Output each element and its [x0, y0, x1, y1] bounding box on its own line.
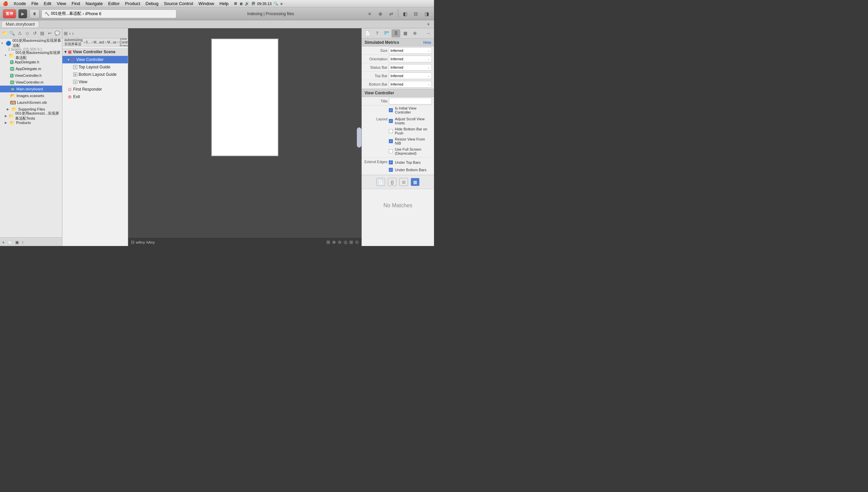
run-button[interactable]: ▶ — [18, 9, 27, 19]
menu-source-control[interactable]: Source Control — [164, 1, 193, 6]
menu-window[interactable]: Window — [198, 1, 214, 6]
diamond-nav-icon[interactable]: ◇ — [24, 30, 31, 37]
canvas-back-icon[interactable]: ⊟ — [131, 240, 135, 245]
version-editor-icon[interactable]: ⊕ — [376, 9, 385, 19]
breakpoint-nav-icon[interactable]: ▤ — [39, 30, 46, 37]
file-main-storyboard[interactable]: sb Main.storyboard — [0, 85, 62, 92]
under-top-bars-checkbox[interactable]: ✓ — [389, 161, 393, 165]
sort-icon[interactable]: ↕ — [22, 240, 24, 245]
scene-exit[interactable]: ⊗ Exit — [62, 93, 128, 100]
attributes-inspector-icon[interactable]: 🎛 — [392, 29, 400, 38]
scene-top-layout-guide[interactable]: T Top Layout Guide — [62, 63, 128, 71]
input-method-icon[interactable]: 拼 — [252, 1, 255, 6]
add-file-icon[interactable]: + — [2, 240, 5, 245]
scene-view-controller[interactable]: ▾ ⊙ View Controller — [62, 56, 128, 63]
apple-menu[interactable]: 🍎 — [3, 1, 8, 6]
title-value[interactable] — [389, 98, 432, 104]
code-icon[interactable]: {} — [388, 178, 397, 186]
menu-editor[interactable]: Editor — [108, 1, 120, 6]
file-images-xcassets[interactable]: 📂 Images.xcassets — [0, 92, 62, 99]
assistant-editor-icon[interactable]: ⇄ — [386, 9, 396, 19]
grid-inspector-icon[interactable]: ▦ — [411, 178, 420, 186]
scene-header-arrow[interactable]: ▾ — [64, 50, 66, 54]
add-inspector-icon[interactable]: → — [424, 29, 433, 38]
search-menu-icon[interactable]: 🔍 — [274, 1, 278, 6]
zoom-out-icon[interactable]: ⊖ — [338, 240, 342, 245]
project-root[interactable]: ▾ 🔵 001使用autoresizing实现屏幕适配 — [0, 40, 62, 47]
stop-button[interactable]: 暂停 — [3, 9, 16, 19]
orientation-value[interactable]: Inferred ⌄ — [389, 56, 432, 62]
breadcrumb-project[interactable]: 001使用autoresizing实现屏幕适配 — [64, 39, 83, 47]
filter-icon[interactable]: ▣ — [15, 240, 19, 245]
grid-icon[interactable]: ⊞ — [349, 240, 353, 245]
use-full-screen-checkbox[interactable] — [389, 149, 393, 153]
warning-nav-icon[interactable]: ⚠ — [17, 30, 23, 37]
title-input[interactable] — [389, 98, 432, 104]
file-appdelegate-m[interactable]: m AppDelegate.m — [0, 65, 62, 72]
inspector-toggle[interactable]: ◨ — [422, 9, 431, 19]
file-viewcontroller-h[interactable]: h ViewController.h — [0, 72, 62, 79]
main-storyboard-tab[interactable]: Main.storyboard — [1, 21, 39, 27]
size-select[interactable]: Inferred ⌄ — [389, 47, 432, 54]
grid-view-icon[interactable]: ⊞ — [64, 31, 68, 36]
pause-button[interactable]: ⏸ — [29, 9, 40, 19]
log-nav-icon[interactable]: 💬 — [54, 30, 61, 37]
breadcrumb-m1[interactable]: M...ard — [94, 41, 104, 44]
orientation-select[interactable]: Inferred ⌄ — [389, 56, 432, 62]
menu-help[interactable]: Help — [219, 1, 229, 6]
scene-first-responder[interactable]: ⊙ First Responder — [62, 85, 128, 93]
zoom-fit-icon[interactable]: ⊞ — [326, 240, 330, 245]
doc-icon[interactable]: 📄 — [376, 178, 385, 186]
back-nav-icon[interactable]: ↩ — [47, 30, 53, 37]
tests-group[interactable]: ▶ 📁 001使用autoresizi...实现屏幕适配Tests — [0, 113, 62, 119]
folder-nav-icon[interactable]: 📁 — [1, 30, 8, 37]
identity-inspector-icon[interactable]: 🪪 — [382, 29, 391, 38]
scene-view[interactable]: V View — [62, 78, 128, 85]
history-nav-icon[interactable]: ↺ — [31, 30, 38, 37]
screen-icon[interactable]: 🖥 — [239, 2, 243, 6]
breadcrumb-0[interactable]: 0... — [86, 41, 90, 44]
nav-forward-icon[interactable]: › — [72, 31, 74, 36]
menu-debug[interactable]: Debug — [146, 1, 159, 6]
size-value[interactable]: Inferred ⌄ — [389, 47, 432, 54]
adjust-scroll-checkbox[interactable]: ✓ — [389, 119, 393, 123]
circle-icon[interactable]: ⊙ — [399, 178, 408, 186]
menu-view[interactable]: View — [57, 1, 66, 6]
breadcrumb-m2[interactable]: M...se — [107, 41, 116, 44]
zoom-percent-icon[interactable]: ⊙ — [355, 240, 359, 245]
navigator-toggle[interactable]: ◧ — [400, 9, 410, 19]
sound-icon[interactable]: 🔊 — [245, 1, 250, 6]
canvas-resize-handle[interactable] — [357, 127, 361, 148]
canvas-content[interactable] — [128, 28, 361, 237]
add-tab-button[interactable]: + — [427, 21, 433, 27]
scheme-breadcrumb[interactable]: 🔨 001使用...幕适配 › iPhone 6 — [42, 9, 177, 18]
standard-editor-icon[interactable]: ≡ — [365, 9, 374, 19]
nav-back-icon[interactable]: ‹ — [69, 31, 71, 36]
top-bar-value[interactable]: Inferred ⌄ — [389, 72, 432, 79]
bottom-bar-value[interactable]: Inferred ⌄ — [389, 81, 432, 88]
debug-toggle[interactable]: ⊟ — [411, 9, 421, 19]
status-bar-select[interactable]: Inferred ⌄ — [389, 64, 432, 71]
menu-file[interactable]: File — [31, 1, 39, 6]
file-inspector-icon[interactable]: 📄 — [363, 29, 372, 38]
vc-expand-arrow[interactable]: ▾ — [68, 58, 69, 62]
hide-bottom-bar-checkbox[interactable] — [389, 129, 393, 133]
bottom-bar-select[interactable]: Inferred ⌄ — [389, 81, 432, 88]
menu-edit[interactable]: Edit — [44, 1, 51, 6]
menu-xcode[interactable]: Xcode — [14, 1, 26, 6]
find-nav-icon[interactable]: 🔍 — [9, 30, 16, 37]
scene-bottom-layout-guide[interactable]: B Bottom Layout Guide — [62, 71, 128, 78]
resize-nib-checkbox[interactable]: ✓ — [389, 139, 393, 143]
file-viewcontroller-m[interactable]: m ViewController.m — [0, 79, 62, 85]
quick-help-icon[interactable]: ? — [373, 29, 381, 38]
zoom-icon[interactable]: ◎ — [344, 240, 347, 245]
group-folder[interactable]: ▾ 📁 001使用autoresizing实现屏幕适配 — [0, 52, 62, 59]
zoom-in-icon[interactable]: ⊕ — [332, 240, 336, 245]
menu-list-icon[interactable]: ≡ — [280, 2, 282, 6]
connections-inspector-icon[interactable]: ⊕ — [410, 29, 419, 38]
status-bar-value[interactable]: Inferred ⌄ — [389, 64, 432, 71]
under-bottom-bars-checkbox[interactable]: ✓ — [389, 168, 393, 172]
breadcrumb-scene[interactable]: View Controller Scene — [120, 39, 128, 47]
is-initial-vc-checkbox[interactable]: ✓ — [389, 108, 393, 112]
file-launchscreen-xib[interactable]: xib LaunchScreen.xib — [0, 99, 62, 106]
